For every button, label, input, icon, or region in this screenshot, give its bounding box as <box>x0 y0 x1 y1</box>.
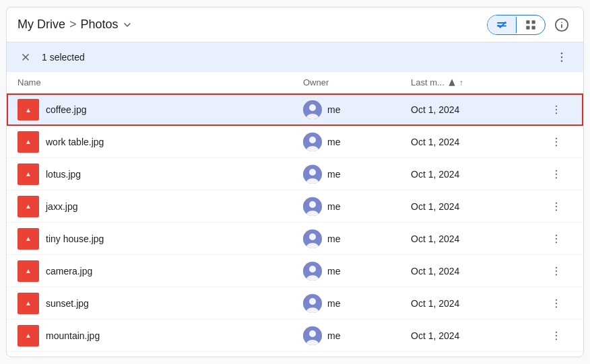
svg-point-11 <box>561 52 563 54</box>
breadcrumb-separator: > <box>69 17 77 32</box>
svg-rect-5 <box>532 26 535 29</box>
deselect-button[interactable] <box>18 49 34 65</box>
file-icon <box>18 260 39 282</box>
svg-point-24 <box>556 137 557 139</box>
file-name-cell: coffee.jpg <box>18 99 303 120</box>
svg-point-61 <box>556 334 557 336</box>
svg-point-52 <box>309 298 316 305</box>
row-more-button[interactable] <box>546 260 567 282</box>
modified-date: Oct 1, 2024 <box>411 104 546 115</box>
owner-cell: me <box>303 100 411 119</box>
file-label: camera.jpg <box>46 266 92 277</box>
svg-point-32 <box>556 177 557 178</box>
svg-point-55 <box>556 302 557 303</box>
table-header: Name Owner Last m... ↑ <box>7 72 583 94</box>
owner-name: me <box>327 330 340 341</box>
breadcrumb: My Drive > Photos <box>18 17 133 32</box>
svg-point-49 <box>556 270 557 271</box>
svg-point-56 <box>556 306 557 307</box>
table-row[interactable]: jaxx.jpg me Oct 1, 2024 <box>7 190 583 223</box>
svg-point-26 <box>556 145 557 146</box>
file-name-cell: camera.jpg <box>18 260 303 282</box>
table-row[interactable]: camera.jpg me Oct 1, 2024 <box>7 255 583 287</box>
file-icon <box>18 131 39 153</box>
file-label: sunset.jpg <box>46 298 89 309</box>
svg-point-60 <box>556 331 557 332</box>
file-label: mountain.jpg <box>46 330 100 341</box>
grid-view-button[interactable] <box>517 15 545 34</box>
svg-point-44 <box>556 242 557 243</box>
file-label: jaxx.jpg <box>46 201 77 212</box>
owner-cell: me <box>303 229 411 248</box>
owner-name: me <box>327 298 340 309</box>
owner-name: me <box>327 233 340 244</box>
svg-point-25 <box>556 141 557 142</box>
row-more-button[interactable] <box>546 196 567 217</box>
row-more-button[interactable] <box>546 293 567 314</box>
table-row[interactable]: work table.jpg me Oct 1, 2024 <box>7 126 583 158</box>
file-name-cell: mountain.jpg <box>18 325 303 347</box>
avatar <box>303 294 322 313</box>
modified-date: Oct 1, 2024 <box>411 169 546 180</box>
svg-point-28 <box>309 169 316 176</box>
owner-name: me <box>327 169 340 180</box>
svg-point-19 <box>556 109 557 110</box>
list-view-button[interactable] <box>488 15 516 34</box>
owner-name: me <box>327 104 340 115</box>
svg-point-38 <box>556 209 557 211</box>
avatar <box>303 100 322 119</box>
svg-point-31 <box>556 173 557 174</box>
table-row[interactable]: tiny house.jpg me Oct 1, 2024 <box>7 223 583 255</box>
file-name-cell: jaxx.jpg <box>18 196 303 217</box>
more-actions-button[interactable] <box>551 46 572 68</box>
svg-point-48 <box>556 266 557 268</box>
file-icon <box>18 196 39 217</box>
modified-date: Oct 1, 2024 <box>411 298 546 309</box>
row-more-button[interactable] <box>546 163 567 185</box>
svg-point-13 <box>561 61 563 63</box>
row-more-button[interactable] <box>546 325 567 347</box>
svg-point-34 <box>309 201 316 208</box>
owner-cell: me <box>303 326 411 345</box>
selection-bar: 1 selected <box>7 42 583 72</box>
svg-rect-3 <box>532 20 535 24</box>
row-more-button[interactable] <box>546 131 567 153</box>
file-name-cell: sunset.jpg <box>18 293 303 314</box>
selected-count: 1 selected <box>42 52 543 63</box>
sort-arrow-icon: ↑ <box>459 78 463 87</box>
col-modified-label: Last m... <box>411 77 445 87</box>
modified-date: Oct 1, 2024 <box>411 266 546 277</box>
file-label: lotus.jpg <box>46 169 81 180</box>
avatar <box>303 326 322 345</box>
svg-rect-2 <box>526 20 529 24</box>
header: My Drive > Photos <box>7 7 583 42</box>
file-label: tiny house.jpg <box>46 233 104 244</box>
svg-point-62 <box>556 338 557 340</box>
row-more-button[interactable] <box>546 99 567 120</box>
file-name-cell: work table.jpg <box>18 131 303 153</box>
owner-cell: me <box>303 165 411 184</box>
svg-marker-14 <box>449 79 455 86</box>
owner-name: me <box>327 266 340 277</box>
owner-cell: me <box>303 197 411 216</box>
table-row[interactable]: coffee.jpg me Oct 1, 2024 <box>7 94 583 126</box>
svg-point-43 <box>556 238 557 239</box>
col-modified-header[interactable]: Last m... ↑ <box>411 77 546 87</box>
table-row[interactable]: sunset.jpg me Oct 1, 2024 <box>7 287 583 320</box>
table-row[interactable]: mountain.jpg me Oct 1, 2024 <box>7 320 583 352</box>
svg-point-22 <box>309 137 316 143</box>
col-owner-header: Owner <box>303 77 411 87</box>
file-label: work table.jpg <box>46 137 104 147</box>
file-icon <box>18 99 39 120</box>
file-name-cell: lotus.jpg <box>18 163 303 185</box>
info-button[interactable] <box>551 14 572 36</box>
current-folder[interactable]: Photos <box>81 17 133 32</box>
file-rows-container: coffee.jpg me Oct 1, 2024 work table.jpg <box>7 94 583 352</box>
row-more-button[interactable] <box>546 228 567 250</box>
my-drive-link[interactable]: My Drive <box>18 17 65 32</box>
svg-point-42 <box>556 234 557 235</box>
table-row[interactable]: lotus.jpg me Oct 1, 2024 <box>7 158 583 190</box>
file-icon <box>18 293 39 314</box>
svg-point-36 <box>556 202 557 203</box>
svg-point-40 <box>309 233 316 240</box>
